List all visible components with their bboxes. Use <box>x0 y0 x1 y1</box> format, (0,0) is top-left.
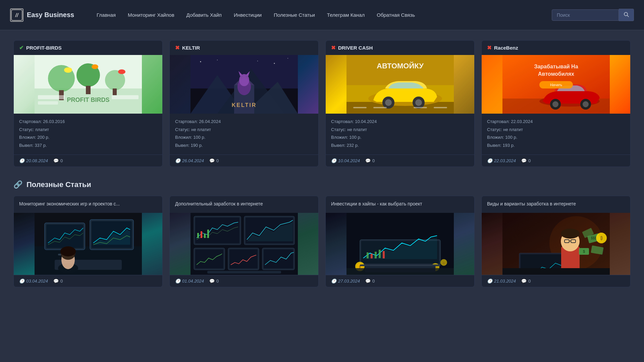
comment-icon-2: 💬 <box>365 158 371 163</box>
site-header: // Easy Business Главная Мониторинг Хайп… <box>0 0 644 30</box>
hype-name-profit-birds: PROFIT-BIRDS <box>26 45 62 51</box>
search-area <box>552 9 634 21</box>
svg-point-119 <box>561 229 580 239</box>
article-footer-1: 🕐 01.04.2024 💬 0 <box>170 275 318 287</box>
driver-cash-illustration: АВТОМОЙКУ <box>346 55 454 114</box>
nav-investments[interactable]: Инвестиции <box>228 0 268 30</box>
comment-icon-art-0: 💬 <box>53 279 59 284</box>
svg-point-33 <box>274 63 275 64</box>
hype-invested-2: Вложил: 100 р. <box>331 134 469 141</box>
hype-invested-3: Вложил: 100 р. <box>487 134 625 141</box>
article-footer-2: 🕐 27.03.2024 💬 0 <box>326 275 474 287</box>
nav-add-hype[interactable]: Добавить Хайп <box>180 0 228 30</box>
hype-card-keltir: ✖ KELTIR <box>169 40 319 167</box>
clock-icon-3: 🕐 <box>487 158 492 163</box>
hype-withdrawn-0: Вывел: 337 р. <box>19 142 157 149</box>
article-illustration-1 <box>191 213 298 275</box>
hype-comments-1: 💬 0 <box>209 158 219 163</box>
svg-text:$: $ <box>583 249 585 253</box>
article-title-2[interactable]: Инвестиции в хайпы - как выбрать проект <box>326 196 474 213</box>
hype-withdrawn-2: Вывел: 232 р. <box>331 142 469 149</box>
hype-invested-0: Вложил: 200 р. <box>19 134 157 141</box>
svg-text:PROFIT BIRDS: PROFIT BIRDS <box>67 97 109 103</box>
svg-rect-108 <box>360 264 440 266</box>
nav-telegram[interactable]: Телеграм Канал <box>321 0 371 30</box>
search-icon <box>624 12 629 17</box>
hype-withdrawn-1: Вывел: 190 р. <box>175 142 313 149</box>
hype-info-racebenz: Стартовал: 22.03.2024 Статус: не платит … <box>482 114 630 155</box>
svg-rect-77 <box>197 233 199 238</box>
articles-section-header: 🔗 Полезные Статьи <box>13 180 631 189</box>
hype-started-2: Стартовал: 10.04.2024 <box>331 118 469 125</box>
hype-started-0: Стартовал: 26.03.2016 <box>19 118 157 125</box>
articles-section-icon: 🔗 <box>13 180 22 189</box>
hype-started-3: Стартовал: 22.03.2024 <box>487 118 625 125</box>
hype-withdrawn-3: Вывел: 193 р. <box>487 142 625 149</box>
profit-birds-illustration: PROFIT BIRDS <box>35 55 142 114</box>
article-card-2: Инвестиции в хайпы - как выбрать проект <box>325 196 475 287</box>
hype-card-racebenz: ✖ RaceBenz <box>481 40 631 167</box>
hype-date-3: 🕐 22.03.2024 <box>487 158 516 163</box>
svg-text:АВТОМОЙКУ: АВТОМОЙКУ <box>377 62 424 70</box>
card-footer-3: 🕐 22.03.2024 💬 0 <box>482 155 630 167</box>
nav-feedback[interactable]: Обратная Связь <box>371 0 421 30</box>
clock-icon-art-2: 🕐 <box>331 279 336 284</box>
svg-rect-78 <box>201 231 202 238</box>
logo-area: // Easy Business <box>10 8 77 22</box>
svg-rect-48 <box>434 107 447 108</box>
article-title-0[interactable]: Мониторинг экономических игр и проектов … <box>14 196 162 213</box>
nav-articles[interactable]: Полезные Статьи <box>268 0 321 30</box>
article-image-1[interactable] <box>170 213 318 275</box>
hype-date-1: 🕐 26.04.2024 <box>175 158 204 163</box>
article-image-3[interactable]: $ $$$ ₿ <box>482 213 630 275</box>
article-comments-3: 💬 0 <box>521 279 531 284</box>
hype-status-3: Статус: не платит <box>487 126 625 133</box>
hype-name-keltir: KELTIR <box>182 45 200 51</box>
hype-image-keltir[interactable]: KELTIR <box>170 55 318 114</box>
nav-monitoring[interactable]: Мониторинг Хайпов <box>122 0 180 30</box>
card-footer-1: 🕐 26.04.2024 💬 0 <box>170 155 318 167</box>
svg-text:Начать: Начать <box>550 83 562 87</box>
hype-info-driver-cash: Стартовал: 10.04.2024 Статус: не платит … <box>326 114 474 155</box>
hype-image-driver-cash[interactable]: АВТОМОЙКУ <box>326 55 474 114</box>
article-date-1: 🕐 01.04.2024 <box>175 279 204 284</box>
svg-point-41 <box>385 99 392 106</box>
svg-point-14 <box>118 69 125 74</box>
main-nav: Главная Мониторинг Хайпов Добавить Хайп … <box>91 0 552 30</box>
card-header-racebenz: ✖ RaceBenz <box>482 41 630 55</box>
clock-icon-art-0: 🕐 <box>19 279 24 284</box>
svg-rect-37 <box>346 55 454 85</box>
svg-rect-18 <box>112 95 139 99</box>
hype-info-profit-birds: Стартовал: 26.03.2016 Статус: платит Вло… <box>14 114 162 155</box>
svg-rect-99 <box>383 251 385 258</box>
clock-icon-1: 🕐 <box>175 158 180 163</box>
article-illustration-2: ₿ ₿ ₿ <box>346 213 454 275</box>
article-illustration-3: $ $$$ ₿ <box>502 213 610 275</box>
nav-home[interactable]: Главная <box>91 0 122 30</box>
hype-status-2: Статус: не платит <box>331 126 469 133</box>
svg-point-73 <box>60 246 76 256</box>
article-card-1: Дополнительный заработок в интернете <box>169 196 319 287</box>
hype-comments-0: 💬 0 <box>53 158 63 163</box>
svg-point-12 <box>64 67 72 73</box>
hype-image-racebenz[interactable]: Зарабатывай На Автомобилях Начать <box>482 55 630 114</box>
hype-image-profit-birds[interactable]: PROFIT BIRDS <box>14 55 162 114</box>
search-button[interactable] <box>619 9 634 21</box>
article-date-3: 🕐 21.03.2024 <box>487 279 516 284</box>
clock-icon-0: 🕐 <box>19 158 24 163</box>
svg-rect-90 <box>207 271 281 274</box>
article-title-1[interactable]: Дополнительный заработок в интернете <box>170 196 318 213</box>
article-title-3[interactable]: Виды и варианты заработка в интернете <box>482 196 630 213</box>
status-ok-icon: ✔ <box>19 45 23 51</box>
svg-point-27 <box>239 74 249 86</box>
article-image-2[interactable]: ₿ ₿ ₿ <box>326 213 474 275</box>
article-date-2: 🕐 27.03.2024 <box>331 279 360 284</box>
keltir-illustration: KELTIR <box>191 55 298 114</box>
hype-date-0: 🕐 20.08.2024 <box>19 158 48 163</box>
svg-rect-87 <box>229 249 258 268</box>
article-footer-0: 🕐 03.04.2024 💬 0 <box>14 275 162 287</box>
article-image-0[interactable] <box>14 213 162 275</box>
search-input[interactable] <box>552 9 619 21</box>
svg-rect-47 <box>414 107 427 108</box>
svg-rect-76 <box>195 218 239 243</box>
